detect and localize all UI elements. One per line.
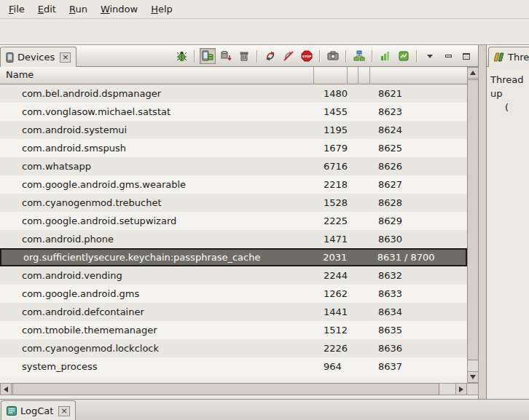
- table-row[interactable]: com.android.phone14718630: [0, 230, 467, 248]
- tab-devices[interactable]: Devices ×: [0, 47, 77, 67]
- table-row[interactable]: com.bel.android.dspmanager14808621: [0, 84, 467, 103]
- gc-icon[interactable]: [236, 48, 252, 64]
- logcat-tab-bar: LogCat ×: [0, 399, 529, 420]
- toolbar-separator: [416, 50, 418, 63]
- view-menu-icon[interactable]: [422, 48, 438, 64]
- threads-message: Thread up (: [490, 73, 529, 114]
- scroll-left-button[interactable]: [0, 383, 12, 395]
- process-port: 8630: [370, 234, 467, 245]
- start-method-profiling-icon[interactable]: [377, 48, 393, 64]
- menu-bar: FileEditRunWindowHelp: [0, 0, 529, 19]
- threads-tab-bar: Threads: [487, 45, 529, 67]
- horizontal-scrollbar[interactable]: [0, 383, 467, 395]
- devices-panel: Devices × STOP Name com.bel.android.dspm…: [0, 45, 479, 399]
- tab-devices-label: Devices: [17, 52, 55, 63]
- scroll-right-button[interactable]: [455, 383, 467, 395]
- threads-panel: Threads Thread up (: [486, 45, 529, 399]
- capture-systrace-icon[interactable]: [396, 48, 412, 64]
- process-pid: 1528: [314, 197, 348, 208]
- process-port: 8624: [370, 124, 467, 135]
- table-row[interactable]: com.google.android.gms126238633: [0, 285, 467, 303]
- process-name: com.android.smspush: [0, 143, 314, 154]
- main-toolbar: [0, 19, 529, 45]
- threads-message-line2: (: [490, 100, 529, 114]
- table-row[interactable]: com.google.android.setupwizard222508629: [0, 212, 467, 230]
- table-row[interactable]: com.tmobile.thememanager15128635: [0, 321, 467, 339]
- process-port: 8637: [370, 361, 467, 372]
- devices-tab-bar: Devices × STOP: [0, 45, 478, 67]
- process-pid: 22250: [314, 215, 348, 226]
- table-row[interactable]: com.cyanogenmod.trebuchet15288628: [0, 194, 467, 212]
- minimize-icon[interactable]: [440, 48, 456, 64]
- menu-item-window[interactable]: Window: [94, 1, 144, 17]
- dump-hprof-icon[interactable]: [218, 48, 234, 64]
- process-name: com.android.vending: [0, 270, 314, 281]
- table-row[interactable]: com.android.vending224408632: [0, 266, 467, 285]
- close-icon[interactable]: ×: [60, 52, 71, 63]
- process-pid: 14411: [314, 306, 348, 317]
- table-row[interactable]: com.cyanogenmod.lockclock222658636: [0, 339, 467, 357]
- svg-text:STOP: STOP: [302, 55, 312, 58]
- process-table: com.bel.android.dspmanager14808621com.vo…: [0, 84, 467, 383]
- menu-item-run[interactable]: Run: [63, 1, 94, 17]
- process-port: 8625: [370, 143, 467, 154]
- process-port: 8623: [370, 106, 467, 117]
- process-port: 8634: [370, 306, 467, 317]
- process-pid: 1679: [314, 143, 348, 154]
- tab-logcat[interactable]: LogCat ×: [1, 400, 76, 420]
- column-header-name[interactable]: Name: [0, 67, 314, 84]
- process-port: 8635: [370, 325, 467, 336]
- stop-thread-updates-icon[interactable]: [281, 48, 297, 64]
- tab-threads[interactable]: Threads: [488, 47, 529, 67]
- table-row[interactable]: com.google.android.gms.wearable221858627: [0, 175, 467, 194]
- process-pid: 964: [314, 361, 348, 372]
- column-header-pid[interactable]: [314, 67, 348, 84]
- update-threads-icon[interactable]: [262, 48, 278, 64]
- update-heap-icon[interactable]: [200, 48, 216, 64]
- process-port: 8621: [370, 88, 467, 99]
- debug-icon[interactable]: [173, 48, 189, 64]
- column-header-gap: [348, 67, 358, 84]
- process-name: com.vonglasow.michael.satstat: [0, 106, 314, 117]
- arrow-right-icon: [459, 387, 463, 392]
- process-name: com.android.defcontainer: [0, 306, 314, 317]
- process-name: org.sufficientlysecure.keychain:passphra…: [1, 252, 313, 263]
- menu-item-edit[interactable]: Edit: [31, 1, 63, 17]
- stop-process-icon[interactable]: STOP: [299, 48, 315, 64]
- toolbar-separator: [372, 50, 373, 63]
- horizontal-scrollbar-thumb[interactable]: [12, 383, 439, 395]
- process-pid: 1480: [314, 88, 348, 99]
- process-name: system_process: [0, 361, 314, 372]
- column-header-port[interactable]: [370, 67, 467, 84]
- process-name: com.google.android.gms: [0, 288, 314, 299]
- process-pid: 6716: [314, 161, 348, 172]
- scroll-down-button[interactable]: [467, 371, 479, 383]
- device-icon: [6, 52, 14, 63]
- panel-sash[interactable]: [479, 45, 486, 399]
- vertical-scrollbar[interactable]: [467, 67, 479, 383]
- table-row[interactable]: com.android.defcontainer144118634: [0, 303, 467, 321]
- screen-capture-icon[interactable]: [325, 48, 341, 64]
- table-row[interactable]: org.sufficientlysecure.keychain:passphra…: [0, 248, 467, 266]
- vertical-scrollbar-thumb[interactable]: [467, 79, 479, 360]
- table-row[interactable]: com.vonglasow.michael.satstat145538623: [0, 103, 467, 121]
- toolbar-separator: [256, 50, 258, 63]
- menu-item-file[interactable]: File: [2, 1, 31, 17]
- process-name: com.cyanogenmod.trebuchet: [0, 197, 314, 208]
- table-row[interactable]: com.whatsapp67168626: [0, 157, 467, 175]
- threads-icon: [494, 52, 504, 62]
- column-header-gap: [358, 67, 370, 84]
- process-pid: 1195: [314, 124, 348, 135]
- process-name: com.android.systemui: [0, 124, 314, 135]
- table-row[interactable]: com.android.smspush16798625: [0, 139, 467, 157]
- table-row[interactable]: system_process9648637: [0, 357, 467, 376]
- close-icon[interactable]: ×: [58, 406, 69, 416]
- view-hierarchy-icon[interactable]: [351, 48, 367, 64]
- scroll-up-button[interactable]: [467, 67, 479, 79]
- process-pid: 1512: [314, 325, 348, 336]
- maximize-icon[interactable]: [458, 48, 474, 64]
- process-pid: 22440: [314, 270, 348, 281]
- menu-item-help[interactable]: Help: [144, 1, 179, 17]
- process-port: 8636: [370, 343, 467, 354]
- table-row[interactable]: com.android.systemui11958624: [0, 121, 467, 139]
